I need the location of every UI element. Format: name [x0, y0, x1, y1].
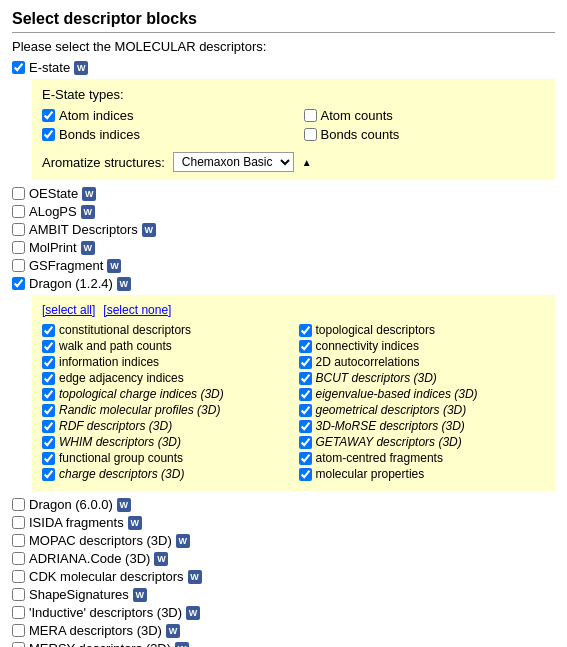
shapesig-label[interactable]: ShapeSignatures — [29, 587, 129, 602]
bonds-counts-row: Bonds counts — [304, 127, 546, 142]
oestate-label[interactable]: OEState — [29, 186, 78, 201]
inductive-label[interactable]: 'Inductive' descriptors (3D) — [29, 605, 182, 620]
dragon600-wiki-badge: W — [117, 498, 131, 512]
getaway-row: GETAWAY descriptors (3D) — [299, 435, 546, 449]
inductive-checkbox[interactable] — [12, 606, 25, 619]
atom-indices-label[interactable]: Atom indices — [59, 108, 133, 123]
geometrical-label[interactable]: geometrical descriptors (3D) — [316, 403, 467, 417]
isida-label[interactable]: ISIDA fragments — [29, 515, 124, 530]
rdf-label[interactable]: RDF descriptors (3D) — [59, 419, 172, 433]
randic-row: Randic molecular profiles (3D) — [42, 403, 289, 417]
adriana-label[interactable]: ADRIANA.Code (3D) — [29, 551, 150, 566]
shapesig-checkbox[interactable] — [12, 588, 25, 601]
morse3d-label[interactable]: 3D-MoRSE descriptors (3D) — [316, 419, 465, 433]
autocorr2d-checkbox[interactable] — [299, 356, 312, 369]
mopac-label[interactable]: MOPAC descriptors (3D) — [29, 533, 172, 548]
cdk-label[interactable]: CDK molecular descriptors — [29, 569, 184, 584]
morse3d-checkbox[interactable] — [299, 420, 312, 433]
bonds-counts-label[interactable]: Bonds counts — [321, 127, 400, 142]
eigenvalue-checkbox[interactable] — [299, 388, 312, 401]
topo-charge-checkbox[interactable] — [42, 388, 55, 401]
estate-types-label: E-State types: — [42, 87, 545, 102]
topo-charge-label[interactable]: topological charge indices (3D) — [59, 387, 224, 401]
aromatize-select[interactable]: Chemaxon Basic OpenBabel RDKit — [173, 152, 294, 172]
dragon600-checkbox[interactable] — [12, 498, 25, 511]
mopac-text: MOPAC descriptors (3D) — [29, 533, 172, 548]
molprint-text: MolPrint — [29, 240, 77, 255]
atom-counts-label[interactable]: Atom counts — [321, 108, 393, 123]
estate-checkbox[interactable] — [12, 61, 25, 74]
ambit-label[interactable]: AMBIT Descriptors — [29, 222, 138, 237]
dragon124-label[interactable]: Dragon (1.2.4) — [29, 276, 113, 291]
gsfragment-label[interactable]: GSFragment — [29, 258, 103, 273]
functional-label[interactable]: functional group counts — [59, 451, 183, 465]
randic-label[interactable]: Randic molecular profiles (3D) — [59, 403, 220, 417]
constitutional-label[interactable]: constitutional descriptors — [59, 323, 191, 337]
estate-options-box: E-State types: Atom indices Atom counts … — [32, 79, 555, 180]
alogps-label[interactable]: ALogPS — [29, 204, 77, 219]
eigenvalue-label[interactable]: eigenvalue-based indices (3D) — [316, 387, 478, 401]
cdk-checkbox[interactable] — [12, 570, 25, 583]
walk-path-row: walk and path counts — [42, 339, 289, 353]
bcut-label[interactable]: BCUT descriptors (3D) — [316, 371, 437, 385]
dragon600-label[interactable]: Dragon (6.0.0) — [29, 497, 113, 512]
walk-path-checkbox[interactable] — [42, 340, 55, 353]
ambit-checkbox[interactable] — [12, 223, 25, 236]
molprint-label[interactable]: MolPrint — [29, 240, 77, 255]
dragon-left-col: constitutional descriptors walk and path… — [42, 323, 289, 483]
molecular-props-checkbox[interactable] — [299, 468, 312, 481]
select-all-link[interactable]: [select all] — [42, 303, 95, 317]
molprint-checkbox[interactable] — [12, 241, 25, 254]
information-checkbox[interactable] — [42, 356, 55, 369]
edge-adj-checkbox[interactable] — [42, 372, 55, 385]
mersy-checkbox[interactable] — [12, 642, 25, 647]
randic-checkbox[interactable] — [42, 404, 55, 417]
dragon124-checkbox[interactable] — [12, 277, 25, 290]
charge3d-label[interactable]: charge descriptors (3D) — [59, 467, 184, 481]
molecular-props-label[interactable]: molecular properties — [316, 467, 425, 481]
constitutional-checkbox[interactable] — [42, 324, 55, 337]
functional-checkbox[interactable] — [42, 452, 55, 465]
dragon-grid: constitutional descriptors walk and path… — [42, 323, 545, 483]
mera-checkbox[interactable] — [12, 624, 25, 637]
mopac-checkbox[interactable] — [12, 534, 25, 547]
gsfragment-checkbox[interactable] — [12, 259, 25, 272]
atom-counts-checkbox[interactable] — [304, 109, 317, 122]
atom-centred-label[interactable]: atom-centred fragments — [316, 451, 443, 465]
mersy-label[interactable]: MERSY descriptors (3D) — [29, 641, 171, 647]
dragon600-row: Dragon (6.0.0) W — [12, 497, 555, 512]
bonds-indices-checkbox[interactable] — [42, 128, 55, 141]
estate-label[interactable]: E-state — [29, 60, 70, 75]
alogps-checkbox[interactable] — [12, 205, 25, 218]
isida-checkbox[interactable] — [12, 516, 25, 529]
mera-label[interactable]: MERA descriptors (3D) — [29, 623, 162, 638]
whim-label[interactable]: WHIM descriptors (3D) — [59, 435, 181, 449]
information-label[interactable]: information indices — [59, 355, 159, 369]
bcut-checkbox[interactable] — [299, 372, 312, 385]
autocorr2d-label[interactable]: 2D autocorrelations — [316, 355, 420, 369]
edge-adj-label[interactable]: edge adjacency indices — [59, 371, 184, 385]
mopac-row: MOPAC descriptors (3D) W — [12, 533, 555, 548]
connectivity-checkbox[interactable] — [299, 340, 312, 353]
topological-checkbox[interactable] — [299, 324, 312, 337]
adriana-checkbox[interactable] — [12, 552, 25, 565]
topological-label[interactable]: topological descriptors — [316, 323, 435, 337]
charge3d-checkbox[interactable] — [42, 468, 55, 481]
geometrical-checkbox[interactable] — [299, 404, 312, 417]
connectivity-label[interactable]: connectivity indices — [316, 339, 419, 353]
whim-checkbox[interactable] — [42, 436, 55, 449]
select-none-link[interactable]: [select none] — [103, 303, 171, 317]
getaway-checkbox[interactable] — [299, 436, 312, 449]
atom-indices-checkbox[interactable] — [42, 109, 55, 122]
getaway-label[interactable]: GETAWAY descriptors (3D) — [316, 435, 462, 449]
oestate-checkbox[interactable] — [12, 187, 25, 200]
mera-row: MERA descriptors (3D) W — [12, 623, 555, 638]
rdf-checkbox[interactable] — [42, 420, 55, 433]
walk-path-label[interactable]: walk and path counts — [59, 339, 172, 353]
bonds-counts-checkbox[interactable] — [304, 128, 317, 141]
atom-centred-checkbox[interactable] — [299, 452, 312, 465]
alogps-row: ALogPS W — [12, 204, 555, 219]
bonds-indices-label[interactable]: Bonds indices — [59, 127, 140, 142]
adriana-wiki-badge: W — [154, 552, 168, 566]
dragon124-row: Dragon (1.2.4) W — [12, 276, 555, 291]
